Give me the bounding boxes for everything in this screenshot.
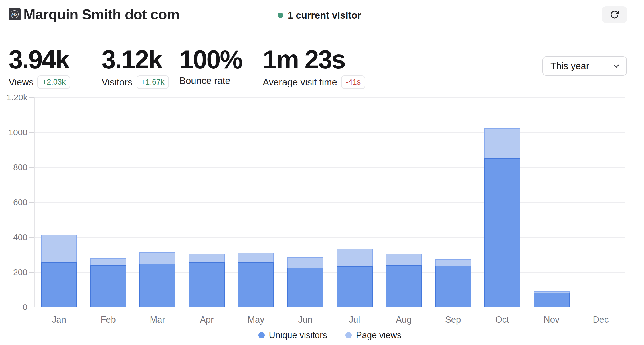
y-axis-label: 600	[0, 197, 27, 207]
date-range-selected: This year	[550, 61, 589, 72]
bar-column-jul	[330, 97, 379, 307]
stat-views: 3.94k Views +2.03k	[9, 47, 70, 89]
unique-visitors-bar[interactable]	[238, 262, 274, 307]
gridline	[34, 167, 625, 168]
y-axis-label: 0	[0, 302, 27, 312]
y-axis-tick	[29, 202, 34, 203]
y-axis-tick	[29, 272, 34, 273]
y-axis-tick	[29, 97, 34, 98]
bar-column-mar	[133, 97, 182, 307]
stat-badge: +2.03k	[37, 75, 70, 89]
unique-visitors-bar[interactable]	[90, 265, 126, 307]
page-title: Marquin Smith dot com	[23, 6, 179, 23]
y-axis-tick	[29, 237, 34, 238]
legend-item-page-views[interactable]: Page views	[345, 330, 402, 340]
gridline	[34, 237, 625, 238]
x-axis-label: Feb	[84, 315, 133, 325]
x-axis-label: Nov	[527, 315, 576, 325]
x-axis-label: Sep	[428, 315, 478, 325]
bar-column-nov	[527, 97, 576, 307]
bar-column-jan	[34, 97, 84, 307]
chart-plot	[34, 97, 625, 307]
x-axis-label: Jun	[280, 315, 330, 325]
bar-column-feb	[84, 97, 133, 307]
x-axis-label: Jul	[330, 315, 379, 325]
unique-visitors-bar[interactable]	[386, 265, 422, 307]
page-views-dot-icon	[345, 332, 352, 338]
x-axis-label: Apr	[182, 315, 231, 325]
x-axis-label: Jan	[34, 315, 84, 325]
current-visitors: 1 current visitor	[278, 10, 361, 21]
unique-visitors-bar[interactable]	[435, 266, 471, 307]
stat-badge: -41s	[341, 75, 366, 89]
legend-label: Page views	[356, 330, 402, 340]
y-axis-label: 400	[0, 232, 27, 242]
stat-average-visit-time: 1m 23s Average visit time -41s	[263, 47, 365, 89]
x-axis-label: Mar	[133, 315, 182, 325]
refresh-icon	[610, 10, 619, 19]
x-axis-label: Oct	[478, 315, 527, 325]
gridline	[34, 97, 625, 98]
bar-column-oct	[478, 97, 527, 307]
y-axis-label: 200	[0, 267, 27, 277]
x-axis-label: Dec	[576, 315, 625, 325]
bar-column-apr	[182, 97, 231, 307]
svg-text:S: S	[15, 12, 17, 17]
refresh-button[interactable]	[602, 6, 627, 23]
legend-label: Unique visitors	[269, 330, 327, 340]
unique-visitors-bar[interactable]	[534, 293, 570, 307]
stat-value: 100%	[179, 47, 242, 72]
unique-visitors-bar[interactable]	[189, 262, 225, 307]
unique-visitors-bar[interactable]	[287, 268, 323, 307]
stat-value: 1m 23s	[263, 47, 365, 72]
stat-value: 3.12k	[102, 47, 169, 72]
legend-item-unique-visitors[interactable]: Unique visitors	[258, 330, 327, 340]
bar-column-jun	[280, 97, 330, 307]
x-axis-label: Aug	[379, 315, 428, 325]
site-logo: M S	[9, 8, 21, 20]
stat-visitors: 3.12k Visitors +1.67k	[102, 47, 169, 89]
y-axis-tick	[29, 132, 34, 133]
y-axis-label: 1000	[0, 128, 27, 137]
unique-visitors-bar[interactable]	[139, 264, 175, 307]
bar-column-dec	[576, 97, 625, 307]
stat-bounce-rate: 100% Bounce rate	[179, 47, 242, 86]
online-indicator-dot	[278, 13, 283, 18]
current-visitor-count: 1 current visitor	[288, 10, 361, 21]
unique-visitors-bar[interactable]	[484, 158, 520, 307]
unique-visitors-bar[interactable]	[41, 262, 77, 307]
y-axis-line	[34, 97, 35, 307]
gridline	[34, 132, 625, 133]
unique-visitors-bar[interactable]	[337, 266, 373, 307]
bar-column-aug	[379, 97, 428, 307]
chevron-down-icon	[612, 62, 621, 70]
stat-label: Average visit time	[263, 77, 337, 88]
stat-label: Visitors	[102, 77, 133, 88]
stat-label: Bounce rate	[179, 75, 230, 86]
stat-value: 3.94k	[9, 47, 70, 72]
y-axis-tick	[29, 307, 34, 307]
gridline	[34, 202, 625, 203]
bar-column-may	[231, 97, 280, 307]
y-axis-label: 1.20k	[0, 93, 27, 102]
y-axis-tick	[29, 167, 34, 168]
bar-column-sep	[428, 97, 478, 307]
stat-label: Views	[9, 77, 33, 88]
unique-visitors-dot-icon	[258, 332, 265, 338]
y-axis-label: 800	[0, 162, 27, 172]
chart-legend: Unique visitors Page views	[34, 330, 625, 340]
date-range-select[interactable]: This year	[542, 56, 627, 76]
x-axis-label: May	[231, 315, 280, 325]
stat-badge: +1.67k	[137, 75, 169, 89]
